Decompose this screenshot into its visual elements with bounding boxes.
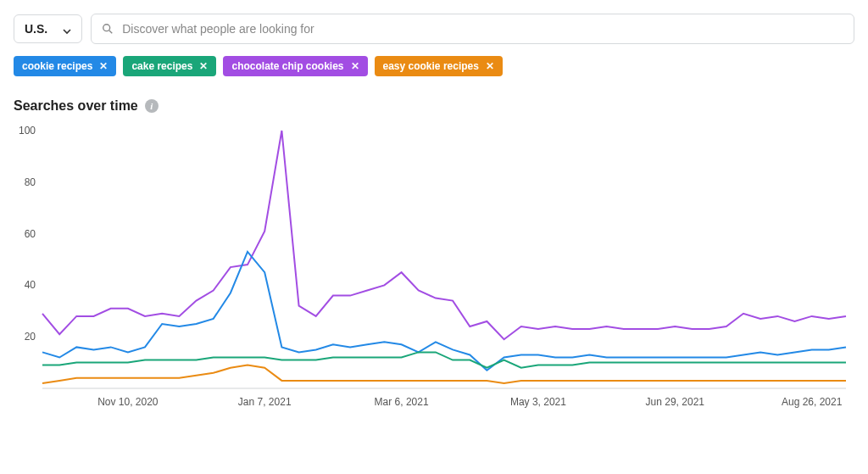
chip-label: chocolate chip cookies <box>231 60 343 72</box>
country-select[interactable]: U.S. <box>14 14 82 43</box>
chip-chocolate-chip-cookies[interactable]: chocolate chip cookies✕ <box>223 56 367 76</box>
svg-text:Mar 6, 2021: Mar 6, 2021 <box>375 396 429 408</box>
x-tick: Mar 6, 2021 <box>375 396 429 408</box>
x-tick: Jan 7, 2021 <box>238 396 292 408</box>
svg-text:Nov 10, 2020: Nov 10, 2020 <box>97 396 159 408</box>
y-tick: 80 <box>25 176 36 188</box>
search-icon <box>102 23 114 35</box>
svg-text:20: 20 <box>25 331 36 343</box>
search-input[interactable] <box>120 21 843 36</box>
svg-text:Jun 29, 2021: Jun 29, 2021 <box>646 396 705 408</box>
series-chocolate-chip-cookies <box>42 131 846 339</box>
country-select-label: U.S. <box>25 22 47 36</box>
svg-text:80: 80 <box>25 176 36 188</box>
svg-text:40: 40 <box>25 279 36 291</box>
series-cake-recipes <box>42 352 846 367</box>
chart-svg: 20406080100Nov 10, 2020Jan 7, 2021Mar 6,… <box>14 125 854 414</box>
search-term-chips: cookie recipes✕cake recipes✕chocolate ch… <box>14 56 854 76</box>
svg-text:100: 100 <box>19 125 36 137</box>
close-icon[interactable]: ✕ <box>486 60 494 72</box>
svg-point-0 <box>103 25 110 31</box>
search-box[interactable] <box>91 14 854 44</box>
chip-label: easy cookie recipes <box>383 60 479 72</box>
chip-cookie-recipes[interactable]: cookie recipes✕ <box>14 56 116 76</box>
line-chart: 20406080100Nov 10, 2020Jan 7, 2021Mar 6,… <box>14 125 854 414</box>
svg-text:Jan 7, 2021: Jan 7, 2021 <box>238 396 292 408</box>
chip-label: cookie recipes <box>22 60 92 72</box>
top-controls-row: U.S. <box>14 14 854 44</box>
x-tick: Nov 10, 2020 <box>97 396 159 408</box>
y-tick: 60 <box>25 228 36 240</box>
chip-easy-cookie-recipes[interactable]: easy cookie recipes✕ <box>375 56 503 76</box>
series-easy-cookie-recipes <box>42 365 846 383</box>
chip-label: cake recipes <box>131 60 192 72</box>
info-icon[interactable]: i <box>145 99 159 113</box>
svg-line-1 <box>109 31 112 33</box>
svg-text:Aug 26, 2021: Aug 26, 2021 <box>782 396 843 408</box>
x-tick: Jun 29, 2021 <box>646 396 705 408</box>
close-icon[interactable]: ✕ <box>199 60 208 72</box>
section-title-row: Searches over time i <box>14 98 854 114</box>
y-tick: 100 <box>19 125 36 137</box>
series-cookie-recipes <box>42 252 846 371</box>
close-icon[interactable]: ✕ <box>351 60 359 72</box>
section-title: Searches over time <box>14 98 138 114</box>
y-tick: 40 <box>25 279 36 291</box>
chevron-down-icon <box>63 25 71 33</box>
svg-text:May 3, 2021: May 3, 2021 <box>510 396 566 408</box>
x-tick: Aug 26, 2021 <box>782 396 843 408</box>
y-tick: 20 <box>25 331 36 343</box>
chip-cake-recipes[interactable]: cake recipes✕ <box>123 56 216 76</box>
x-tick: May 3, 2021 <box>510 396 566 408</box>
close-icon[interactable]: ✕ <box>99 60 108 72</box>
svg-text:60: 60 <box>25 228 36 240</box>
